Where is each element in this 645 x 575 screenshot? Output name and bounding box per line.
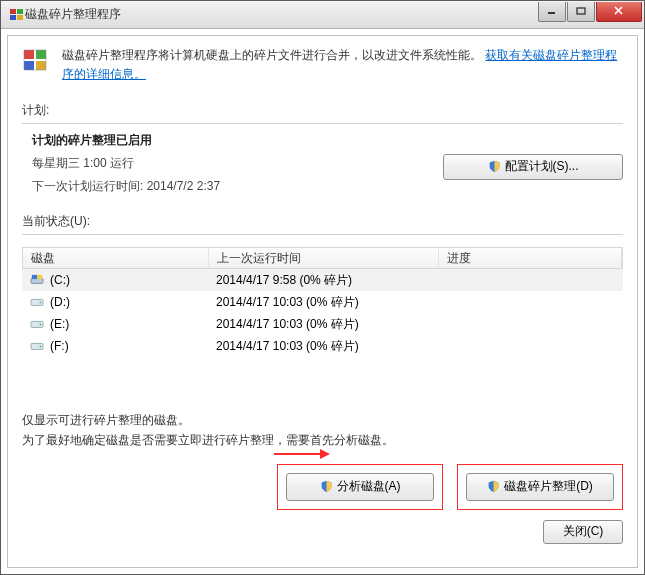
defrag-icon <box>22 46 52 76</box>
col-progress[interactable]: 进度 <box>439 248 622 268</box>
window-title: 磁盘碎片整理程序 <box>25 6 537 23</box>
defrag-button[interactable]: 磁盘碎片整理(D) <box>466 473 614 501</box>
table-row[interactable]: (C:)2014/4/17 9:58 (0% 碎片) <box>22 269 623 291</box>
configure-schedule-button[interactable]: 配置计划(S)... <box>443 154 623 180</box>
shield-icon <box>487 480 500 493</box>
svg-rect-1 <box>17 9 23 14</box>
cell-lastrun: 2014/4/17 10:03 (0% 碎片) <box>208 316 438 333</box>
schedule-row: 计划的碎片整理已启用 每星期三 1:00 运行 下一次计划运行时间: 2014/… <box>22 132 623 201</box>
table-header: 磁盘 上一次运行时间 进度 <box>22 247 623 269</box>
svg-marker-23 <box>320 449 330 459</box>
svg-rect-8 <box>24 50 34 59</box>
schedule-label: 计划: <box>22 102 623 119</box>
svg-point-17 <box>40 302 42 304</box>
disk-table: 磁盘 上一次运行时间 进度 (C:)2014/4/17 9:58 (0% 碎片)… <box>22 247 623 357</box>
annotation-arrow <box>272 444 332 464</box>
schedule-time: 每星期三 1:00 运行 <box>32 155 443 172</box>
svg-rect-14 <box>32 275 37 279</box>
cell-lastrun: 2014/4/17 9:58 (0% 碎片) <box>208 272 438 289</box>
status-label: 当前状态(U): <box>22 213 623 230</box>
disk-name: (F:) <box>50 339 69 353</box>
close-button[interactable]: 关闭(C) <box>543 520 623 544</box>
note-line1: 仅显示可进行碎片整理的磁盘。 <box>22 411 623 430</box>
action-row: 分析磁盘(A) 磁盘碎片整理(D) <box>22 464 623 510</box>
cell-disk: (F:) <box>22 339 208 353</box>
defrag-label: 磁盘碎片整理(D) <box>504 478 593 495</box>
shield-icon <box>320 480 333 493</box>
svg-rect-2 <box>10 15 16 20</box>
divider <box>22 234 623 235</box>
schedule-enabled: 计划的碎片整理已启用 <box>32 132 443 149</box>
svg-rect-0 <box>10 9 16 14</box>
inner-panel: 磁盘碎片整理程序将计算机硬盘上的碎片文件进行合并，以改进文件系统性能。 获取有关… <box>7 35 638 568</box>
svg-rect-9 <box>36 50 46 59</box>
configure-label: 配置计划(S)... <box>505 158 579 175</box>
divider <box>22 123 623 124</box>
annotation-box: 磁盘碎片整理(D) <box>457 464 623 510</box>
disk-name: (E:) <box>50 317 69 331</box>
analyze-label: 分析磁盘(A) <box>337 478 401 495</box>
close-row: 关闭(C) <box>22 520 623 544</box>
shield-icon <box>488 160 501 173</box>
svg-rect-15 <box>37 275 42 279</box>
cell-disk: (E:) <box>22 317 208 331</box>
annotation-box: 分析磁盘(A) <box>277 464 443 510</box>
app-icon <box>9 7 25 23</box>
close-window-button[interactable] <box>596 2 642 22</box>
svg-point-21 <box>40 346 42 348</box>
schedule-next: 下一次计划运行时间: 2014/7/2 2:37 <box>32 178 443 195</box>
intro-text: 磁盘碎片整理程序将计算机硬盘上的碎片文件进行合并，以改进文件系统性能。 获取有关… <box>62 46 623 84</box>
svg-point-19 <box>40 324 42 326</box>
disk-name: (D:) <box>50 295 70 309</box>
cell-disk: (C:) <box>22 273 208 287</box>
maximize-button[interactable] <box>567 2 595 22</box>
svg-rect-11 <box>36 61 46 70</box>
col-disk[interactable]: 磁盘 <box>23 248 209 268</box>
svg-rect-5 <box>577 8 585 14</box>
close-label: 关闭(C) <box>563 523 604 540</box>
table-body: (C:)2014/4/17 9:58 (0% 碎片)(D:)2014/4/17 … <box>22 269 623 357</box>
table-row[interactable]: (F:)2014/4/17 10:03 (0% 碎片) <box>22 335 623 357</box>
content-area: 磁盘碎片整理程序将计算机硬盘上的碎片文件进行合并，以改进文件系统性能。 获取有关… <box>1 29 644 574</box>
svg-rect-3 <box>17 15 23 20</box>
titlebar: 磁盘碎片整理程序 <box>1 1 644 29</box>
cell-lastrun: 2014/4/17 10:03 (0% 碎片) <box>208 338 438 355</box>
minimize-button[interactable] <box>538 2 566 22</box>
disk-name: (C:) <box>50 273 70 287</box>
cell-lastrun: 2014/4/17 10:03 (0% 碎片) <box>208 294 438 311</box>
analyze-button[interactable]: 分析磁盘(A) <box>286 473 434 501</box>
col-lastrun[interactable]: 上一次运行时间 <box>209 248 439 268</box>
window-controls <box>537 2 642 22</box>
table-row[interactable]: (D:)2014/4/17 10:03 (0% 碎片) <box>22 291 623 313</box>
schedule-info: 计划的碎片整理已启用 每星期三 1:00 运行 下一次计划运行时间: 2014/… <box>22 132 443 201</box>
intro: 磁盘碎片整理程序将计算机硬盘上的碎片文件进行合并，以改进文件系统性能。 获取有关… <box>22 46 623 84</box>
intro-desc: 磁盘碎片整理程序将计算机硬盘上的碎片文件进行合并，以改进文件系统性能。 <box>62 48 482 62</box>
window: 磁盘碎片整理程序 磁盘碎片整理程序将计算机硬盘上的碎片文件进行合并，以改进文件系… <box>0 0 645 575</box>
cell-disk: (D:) <box>22 295 208 309</box>
svg-rect-10 <box>24 61 34 70</box>
table-row[interactable]: (E:)2014/4/17 10:03 (0% 碎片) <box>22 313 623 335</box>
